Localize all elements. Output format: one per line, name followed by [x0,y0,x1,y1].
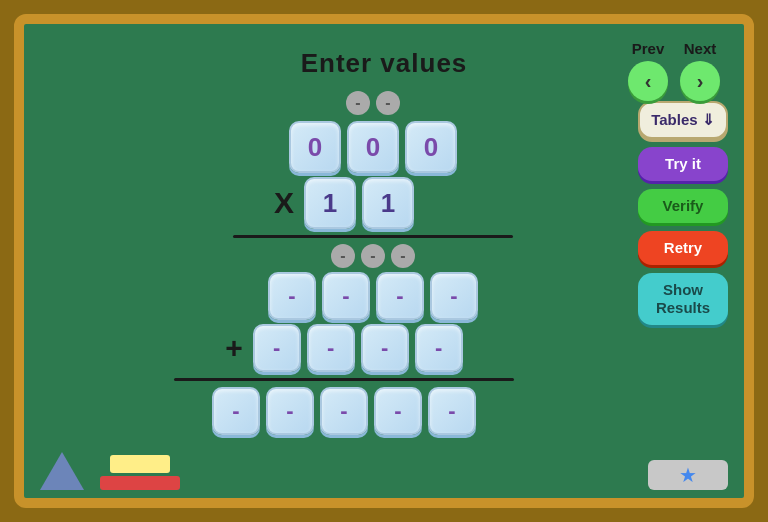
result-row-3: - - - - - [212,387,476,435]
plus-sign: + [225,331,243,365]
prev-label: Prev [632,40,665,57]
chalk-triangle-icon [40,452,84,490]
dot-m1: - [331,244,355,268]
verify-button[interactable]: Verify [638,189,728,223]
cell-r2-2[interactable]: - [361,324,409,372]
middle-dots-row: - - - [273,244,415,268]
cell-r1-0[interactable]: - [268,272,316,320]
next-group: Next › [680,40,720,101]
dot-1: - [346,91,370,115]
retry-button[interactable]: Retry [638,231,728,265]
chalkboard: Enter values Prev ‹ Next › - - 0 0 0 [14,14,754,508]
eraser-yellow [110,455,170,473]
result-row-2: + - - - - [225,324,463,372]
sidebar: Tables ⇓ Try it Verify Retry Show Result… [638,101,728,435]
top-dots-row: - - [288,91,400,115]
cell-mult-0[interactable]: 1 [304,177,356,229]
cell-mult-1[interactable]: 1 [362,177,414,229]
cell-r1-2[interactable]: - [376,272,424,320]
cell-r3-2[interactable]: - [320,387,368,435]
cell-top-0[interactable]: 0 [289,121,341,173]
cell-r1-3[interactable]: - [430,272,478,320]
nav-area: Prev ‹ Next › [628,40,720,101]
star-icon: ★ [679,463,697,487]
cell-r2-3[interactable]: - [415,324,463,372]
cell-r3-0[interactable]: - [212,387,260,435]
top-number-row: 0 0 0 [231,121,457,173]
math-area: - - 0 0 0 X 1 1 - - - [80,91,608,435]
dot-m3: - [391,244,415,268]
dot-m2: - [361,244,385,268]
multiplier-row: X 1 1 [274,177,414,229]
cell-top-2[interactable]: 0 [405,121,457,173]
cell-r2-1[interactable]: - [307,324,355,372]
cell-r3-4[interactable]: - [428,387,476,435]
cell-r2-0[interactable]: - [253,324,301,372]
tables-button[interactable]: Tables ⇓ [638,101,728,139]
divider-2 [174,378,514,381]
main-area: - - 0 0 0 X 1 1 - - - [40,91,728,435]
next-label: Next [684,40,717,57]
page-title: Enter values [40,48,728,79]
next-button[interactable]: › [680,61,720,101]
multiply-sign: X [274,186,294,220]
prev-group: Prev ‹ [628,40,668,101]
star-eraser: ★ [648,460,728,490]
divider-1 [233,235,513,238]
cell-r1-1[interactable]: - [322,272,370,320]
cell-r3-3[interactable]: - [374,387,422,435]
cell-top-1[interactable]: 0 [347,121,399,173]
eraser-red [100,476,180,490]
bottom-bar: ★ [40,452,728,490]
cell-r3-1[interactable]: - [266,387,314,435]
tryit-button[interactable]: Try it [638,147,728,181]
result-row-1: - - - - [210,272,478,320]
dot-2: - [376,91,400,115]
prev-button[interactable]: ‹ [628,61,668,101]
showresults-button[interactable]: Show Results [638,273,728,325]
